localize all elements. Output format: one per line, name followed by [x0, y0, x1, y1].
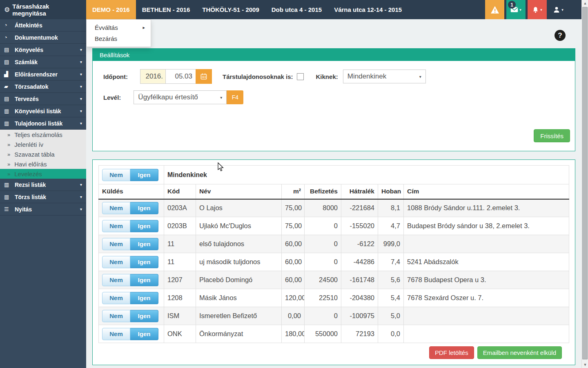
warning-button[interactable]	[485, 0, 504, 19]
condo-tab[interactable]: BETHLEN - 2016	[136, 0, 196, 19]
cell-nev: Ismeretlen Befizető	[196, 307, 282, 325]
igen-button[interactable]: Igen	[130, 202, 158, 214]
notifications-button[interactable]: ▾	[528, 0, 547, 19]
sidebar-item[interactable]: ☰ Nyitás ▾	[0, 203, 86, 215]
nem-button[interactable]: Nem	[102, 220, 130, 232]
cell-kod: 0203A	[164, 199, 196, 217]
igen-button[interactable]: Igen	[130, 274, 158, 286]
igen-button[interactable]: Igen	[130, 310, 158, 322]
sidebar-item[interactable]: ▤ Könyvelés ▾	[0, 44, 86, 56]
double-chevron-icon: »	[7, 132, 10, 138]
sidebar-subitem-label: Levelezés	[14, 171, 42, 177]
book-icon: ▤	[4, 96, 15, 102]
cell-hoban: 5,4	[378, 289, 404, 307]
calendar-button[interactable]	[196, 69, 212, 84]
condo-tab[interactable]: Dob utca 4 - 2015	[265, 0, 328, 19]
nem-button[interactable]: Nem	[102, 310, 130, 322]
open-condos-button[interactable]: ⚙ Társasházak megnyitása	[0, 0, 86, 19]
nem-button[interactable]: Nem	[102, 202, 130, 214]
recipients-table: Nem Igen Mindenkinek Küldés Kód	[98, 165, 569, 343]
sidebar-subitem[interactable]: » Teljes elszámolás	[0, 130, 86, 139]
igen-button[interactable]: Igen	[130, 256, 158, 268]
letter-type-select[interactable]: Ügyfélkapu értesítő ▾	[134, 90, 227, 104]
condo-tab-label: BETHLEN - 2016	[142, 6, 190, 13]
sidebar-subitem[interactable]: » Havi előírás	[0, 159, 86, 169]
nem-button[interactable]: Nem	[102, 292, 130, 304]
sidebar-subitem[interactable]: » Levelezés	[0, 169, 86, 179]
cotenants-checkbox[interactable]	[297, 73, 304, 80]
user-menu-button[interactable]: ▾	[549, 0, 568, 19]
page-scrollbar[interactable]: ▲ ▼	[581, 0, 588, 368]
cell-hatralek: -221684	[341, 199, 378, 217]
cell-hoban: 4,7	[378, 217, 404, 235]
cell-kod: ISM	[164, 307, 196, 325]
f4-button[interactable]: F4	[227, 90, 243, 104]
condo-tab[interactable]: DEMO - 2016	[86, 0, 136, 19]
table-row: Nem Igen ONK Önkormányzat 180,00 550000 …	[99, 325, 569, 343]
igen-all-button[interactable]: Igen	[130, 169, 158, 181]
sidebar-item[interactable]: ▤ Számlák ▾	[0, 56, 86, 68]
sidebar-subitem[interactable]: » Szavazat tábla	[0, 149, 86, 159]
sidebar-item[interactable]: ◔ Áttekintés	[0, 19, 86, 31]
cell-kod: 0203B	[164, 217, 196, 235]
scroll-up-icon[interactable]: ▲	[582, 0, 588, 7]
condo-tab[interactable]: THÖKÖLY-51 - 2009	[196, 0, 265, 19]
sidebar-subitem[interactable]: » Jelenléti ív	[0, 139, 86, 149]
nem-button[interactable]: Nem	[102, 238, 130, 250]
sidebar-item[interactable]: ▥ Törzs listák ▾	[0, 191, 86, 203]
email-send-button[interactable]: Emailben nevenként elküld	[477, 346, 562, 359]
sidebar-item[interactable]: ▥ Rezsi listák ▾	[0, 179, 86, 191]
scroll-down-icon[interactable]: ▼	[582, 361, 588, 368]
condo-tab-label: THÖKÖLY-51 - 2009	[202, 6, 259, 13]
submenu-arrow-icon: ▸	[143, 25, 145, 30]
nem-button[interactable]: Nem	[102, 274, 130, 286]
sidebar-item[interactable]: ▟ Előírásrendszer ▾	[0, 68, 86, 81]
help-button[interactable]: ?	[555, 30, 566, 41]
sidebar-item[interactable]: ▰ Törzsadatok ▾	[0, 81, 86, 93]
cell-befizetes: 0	[305, 307, 341, 325]
sidebar-item[interactable]: ▤ Tervezés ▾	[0, 93, 86, 105]
year-input[interactable]: 2016.	[140, 70, 166, 83]
nem-button[interactable]: Nem	[102, 256, 130, 268]
cell-befizetes: 8000	[305, 199, 341, 217]
condo-tab[interactable]: Várna utca 12-14 - 2015	[328, 0, 408, 19]
day-input[interactable]: 05.03	[166, 70, 196, 83]
scrollbar-thumb[interactable]	[582, 7, 588, 359]
condo-tab-label: Dob utca 4 - 2015	[272, 6, 322, 13]
nem-all-button[interactable]: Nem	[102, 169, 130, 181]
cotenants-label: Társtulajdonosoknak is:	[223, 73, 293, 80]
date-label: Időpont:	[103, 73, 128, 80]
igen-button[interactable]: Igen	[130, 238, 158, 250]
messages-button[interactable]: 1 ▾	[506, 0, 526, 19]
cell-m2: 60,00	[282, 235, 305, 253]
send-toggle: Nem Igen	[102, 220, 158, 232]
recipients-table-panel: Nem Igen Mindenkinek Küldés Kód	[92, 159, 575, 365]
cell-cim: 7678 Budapest Opera u 3.	[404, 271, 569, 289]
cell-befizetes: 550000	[305, 325, 341, 343]
sidebar-item[interactable]: ◔ Dokumentumok	[0, 31, 86, 44]
recipients-select[interactable]: Mindenkinek ▾	[343, 70, 426, 83]
sidebar-item[interactable]: ▥ Könyvelési listák ▾	[0, 105, 86, 117]
refresh-button[interactable]: Frissítés	[534, 129, 570, 142]
dropdown-menu-item[interactable]: Évváltás ▸	[87, 22, 151, 33]
cell-nev: Önkormányzat	[196, 325, 282, 343]
cell-hatralek: 72193	[341, 325, 378, 343]
condo-tabs: DEMO - 2016 BETHLEN - 2016 THÖKÖLY-51 - …	[86, 0, 408, 19]
igen-button[interactable]: Igen	[130, 220, 158, 232]
dropdown-menu-item[interactable]: Bezárás	[87, 33, 151, 44]
user-icon	[553, 6, 560, 13]
igen-button[interactable]: Igen	[130, 328, 158, 340]
pdf-download-button[interactable]: PDF letöltés	[429, 346, 474, 359]
bank-icon: ▥	[4, 120, 15, 126]
nem-button[interactable]: Nem	[102, 328, 130, 340]
igen-button[interactable]: Igen	[130, 292, 158, 304]
cell-nev: O Lajos	[196, 199, 282, 217]
gear-icon: ⚙	[4, 6, 10, 13]
cell-befizetes: 0	[305, 253, 341, 271]
send-toggle: Nem Igen	[102, 292, 158, 304]
sidebar-item-label: Dokumentumok	[15, 34, 58, 41]
column-header: m²	[282, 184, 305, 199]
cell-befizetes: 0	[305, 217, 341, 235]
bank-icon: ▥	[4, 108, 15, 114]
sidebar-item[interactable]: ▥ Tulajdonosi listák ▾	[0, 117, 86, 130]
